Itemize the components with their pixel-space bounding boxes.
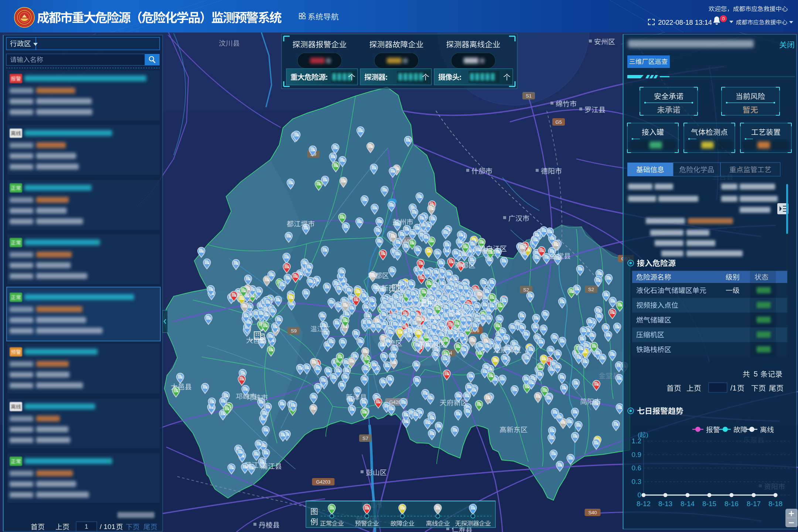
svg-text:0.9: 0.9 bbox=[632, 451, 641, 458]
svg-text:8-18: 8-18 bbox=[768, 500, 782, 508]
svg-text:8-14: 8-14 bbox=[681, 500, 695, 508]
svg-text:S2: S2 bbox=[523, 287, 529, 293]
svg-text:G4203: G4203 bbox=[316, 479, 330, 485]
svg-text:2022-08-18 13:14: 2022-08-18 13:14 bbox=[658, 18, 712, 26]
svg-text:0: 0 bbox=[722, 16, 724, 21]
svg-text:S40: S40 bbox=[588, 510, 597, 515]
svg-text:/1: /1 bbox=[730, 384, 737, 392]
svg-text:/ 101: / 101 bbox=[100, 523, 115, 531]
svg-text:S1: S1 bbox=[526, 93, 532, 99]
svg-text:S9: S9 bbox=[291, 328, 297, 334]
svg-text:0.3: 0.3 bbox=[632, 478, 641, 485]
svg-text:8-13: 8-13 bbox=[658, 500, 672, 508]
svg-text:S2: S2 bbox=[588, 287, 594, 292]
svg-text:8-17: 8-17 bbox=[747, 500, 761, 508]
svg-text:): ) bbox=[646, 432, 648, 439]
svg-text:8-15: 8-15 bbox=[702, 500, 716, 508]
svg-text:8-12: 8-12 bbox=[637, 500, 651, 508]
svg-text:1: 1 bbox=[85, 523, 88, 530]
svg-text:0.6: 0.6 bbox=[632, 464, 641, 472]
svg-text:G5: G5 bbox=[555, 119, 562, 125]
svg-text:5: 5 bbox=[754, 370, 758, 378]
svg-text:0: 0 bbox=[637, 491, 641, 499]
svg-text:S7: S7 bbox=[362, 436, 368, 441]
svg-text:1.2: 1.2 bbox=[632, 437, 641, 445]
svg-text:8-16: 8-16 bbox=[724, 500, 739, 508]
